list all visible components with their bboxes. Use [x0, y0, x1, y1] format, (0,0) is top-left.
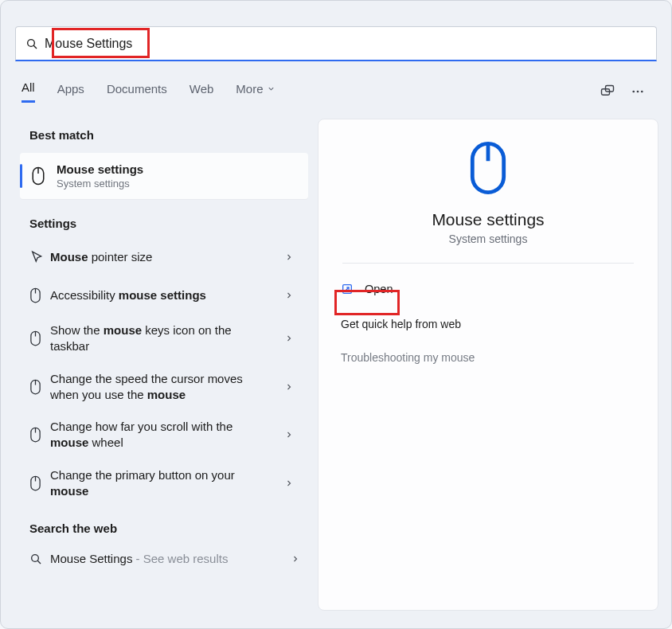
chevron-right-icon — [286, 554, 305, 564]
results-left-column: Best match Mouse settings System setting… — [1, 114, 313, 622]
chevron-right-icon — [279, 291, 299, 300]
tab-web[interactable]: Web — [189, 82, 214, 102]
quick-help-label: Get quick help from web — [338, 303, 639, 338]
troubleshoot-link[interactable]: Troubleshooting my mouse — [338, 338, 639, 372]
settings-result-label: Show the mouse keys icon on the taskbar — [50, 322, 279, 355]
tab-documents[interactable]: Documents — [107, 82, 167, 102]
settings-results-list: Mouse pointer size Accessibility mouse s… — [1, 238, 313, 507]
preview-panel: Mouse settings System settings Open Get … — [318, 119, 658, 611]
settings-result-label: Mouse pointer size — [50, 249, 279, 265]
svg-point-19 — [32, 555, 39, 562]
mouse-icon — [29, 379, 50, 395]
chevron-right-icon — [279, 430, 299, 440]
best-match-texts: Mouse settings System settings — [57, 162, 143, 189]
chevron-right-icon — [279, 252, 299, 262]
tab-more-label: More — [236, 82, 263, 96]
divider — [342, 263, 634, 264]
open-external-icon — [341, 283, 355, 295]
content-area: Best match Mouse settings System setting… — [1, 114, 671, 622]
settings-result-label: Accessibility mouse settings — [50, 287, 279, 303]
settings-result-label: Change the primary button on your mouse — [50, 467, 279, 500]
settings-result-accessibility-mouse[interactable]: Accessibility mouse settings — [1, 276, 307, 314]
chat-icon[interactable] — [595, 79, 620, 104]
chevron-down-icon — [267, 84, 275, 93]
tab-apps[interactable]: Apps — [57, 82, 84, 102]
svg-line-20 — [37, 561, 41, 564]
search-results-window: All Apps Documents Web More Best match M… — [0, 0, 672, 629]
settings-result-label: Change the speed the cursor moves when y… — [50, 371, 279, 404]
mouse-icon — [29, 287, 50, 303]
search-web-heading: Search the web — [1, 507, 313, 543]
best-match-subtitle: System settings — [57, 178, 143, 189]
search-input[interactable] — [40, 37, 648, 51]
best-match-title: Mouse settings — [57, 162, 143, 176]
more-options-icon[interactable] — [625, 79, 651, 104]
settings-result-label: Change how far you scroll with the mouse… — [50, 419, 279, 451]
search-icon — [24, 36, 40, 52]
filter-tabs: All Apps Documents Web More — [1, 76, 671, 107]
tab-all[interactable]: All — [21, 80, 35, 103]
settings-result-pointer-size[interactable]: Mouse pointer size — [1, 238, 307, 276]
settings-heading: Settings — [1, 202, 313, 238]
svg-point-5 — [637, 91, 639, 93]
chevron-right-icon — [279, 479, 299, 488]
settings-result-mouse-keys-taskbar[interactable]: Show the mouse keys icon on the taskbar — [1, 314, 307, 363]
chevron-right-icon — [279, 382, 299, 392]
mouse-icon — [29, 427, 50, 443]
mouse-large-icon — [466, 140, 510, 199]
mouse-icon — [20, 166, 57, 186]
tab-more[interactable]: More — [236, 82, 275, 102]
open-button[interactable]: Open — [338, 275, 639, 303]
settings-result-primary-button[interactable]: Change the primary button on your mouse — [1, 459, 307, 508]
svg-point-0 — [28, 39, 35, 46]
cursor-icon — [29, 250, 50, 264]
preview-subtitle: System settings — [449, 232, 528, 245]
svg-point-4 — [632, 91, 635, 93]
svg-line-1 — [33, 45, 37, 49]
search-bar[interactable] — [15, 26, 657, 61]
preview-title: Mouse settings — [432, 210, 544, 229]
svg-point-6 — [641, 91, 643, 93]
search-web-label: Mouse Settings - See web results — [50, 551, 286, 567]
chevron-right-icon — [279, 334, 299, 343]
search-icon — [29, 553, 50, 565]
open-label: Open — [365, 283, 393, 295]
settings-result-scroll-wheel[interactable]: Change how far you scroll with the mouse… — [1, 411, 307, 459]
best-match-result[interactable]: Mouse settings System settings — [20, 153, 308, 199]
mouse-icon — [29, 330, 50, 346]
mouse-icon — [29, 475, 50, 491]
best-match-heading: Best match — [1, 114, 313, 150]
search-web-result[interactable]: Mouse Settings - See web results — [1, 543, 313, 575]
settings-result-cursor-speed[interactable]: Change the speed the cursor moves when y… — [1, 363, 307, 412]
preview-actions: Open Get quick help from web Troubleshoo… — [318, 275, 658, 372]
